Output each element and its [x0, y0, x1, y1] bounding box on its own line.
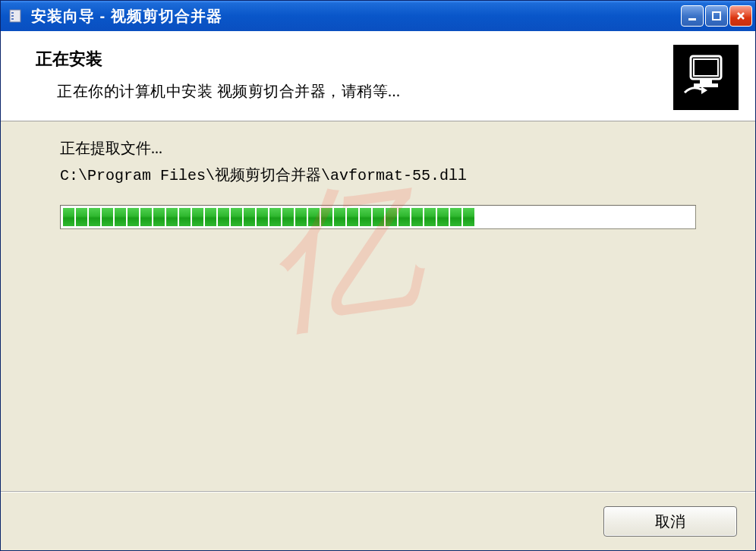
- progress-chunk: [308, 208, 320, 226]
- svg-rect-4: [688, 18, 696, 20]
- progress-chunk: [153, 208, 165, 226]
- header-subtitle: 正在你的计算机中安装 视频剪切合并器，请稍等...: [57, 81, 673, 102]
- header-text: 正在安装 正在你的计算机中安装 视频剪切合并器，请稍等...: [17, 45, 673, 102]
- window-controls: [681, 5, 752, 27]
- progress-chunk: [244, 208, 255, 226]
- progress-chunk: [398, 208, 410, 226]
- progress-chunk: [76, 208, 87, 226]
- progress-chunk: [437, 208, 449, 226]
- progress-chunk: [192, 208, 203, 226]
- svg-rect-5: [713, 12, 720, 20]
- progress-chunk: [321, 208, 332, 226]
- close-button[interactable]: [729, 5, 752, 27]
- header: 正在安装 正在你的计算机中安装 视频剪切合并器，请稍等...: [1, 31, 755, 121]
- progress-chunk: [282, 208, 294, 226]
- progress-chunk: [140, 208, 152, 226]
- installer-window: 安装向导 - 视频剪切合并器 正在安装 正在你的计算机中安装 视频剪切合并器，请…: [0, 0, 756, 551]
- extracting-label: 正在提取文件...: [60, 138, 713, 159]
- current-file-path: C:\Program Files\视频剪切合并器\avformat-55.dll: [60, 165, 713, 185]
- progress-chunk: [269, 208, 281, 226]
- window-title: 安装向导 - 视频剪切合并器: [31, 6, 681, 27]
- progress-chunk: [115, 208, 126, 226]
- progress-chunk: [166, 208, 178, 226]
- header-title: 正在安装: [36, 48, 673, 71]
- progress-chunk: [63, 208, 74, 226]
- progress-chunk: [386, 208, 397, 226]
- svg-rect-1: [11, 12, 14, 14]
- progress-chunk: [347, 208, 358, 226]
- progress-chunk: [360, 208, 371, 226]
- progress-chunk: [257, 208, 268, 226]
- svg-rect-3: [11, 18, 14, 20]
- content: 亿 正在提取文件... C:\Program Files\视频剪切合并器\avf…: [1, 121, 755, 491]
- progress-chunk: [102, 208, 113, 226]
- progress-chunk: [411, 208, 423, 226]
- progress-chunk: [179, 208, 191, 226]
- app-icon: [7, 7, 25, 25]
- progress-chunk: [218, 208, 229, 226]
- footer: 取消: [1, 491, 755, 550]
- progress-chunk: [424, 208, 436, 226]
- progress-chunk: [373, 208, 384, 226]
- cancel-button[interactable]: 取消: [603, 506, 737, 537]
- maximize-button[interactable]: [705, 5, 728, 27]
- progress-chunk: [205, 208, 216, 226]
- svg-rect-10: [694, 83, 718, 87]
- progress-chunk: [128, 208, 139, 226]
- installer-icon: [673, 45, 739, 110]
- minimize-button[interactable]: [681, 5, 704, 27]
- titlebar[interactable]: 安装向导 - 视频剪切合并器: [1, 1, 755, 31]
- svg-rect-2: [11, 15, 14, 17]
- progress-chunk: [231, 208, 242, 226]
- progress-chunk: [89, 208, 100, 226]
- progress-chunk: [334, 208, 345, 226]
- progress-chunk: [450, 208, 461, 226]
- progress-chunk: [295, 208, 307, 226]
- progress-chunk: [463, 208, 474, 226]
- progress-bar: [60, 205, 696, 229]
- svg-rect-9: [700, 79, 712, 83]
